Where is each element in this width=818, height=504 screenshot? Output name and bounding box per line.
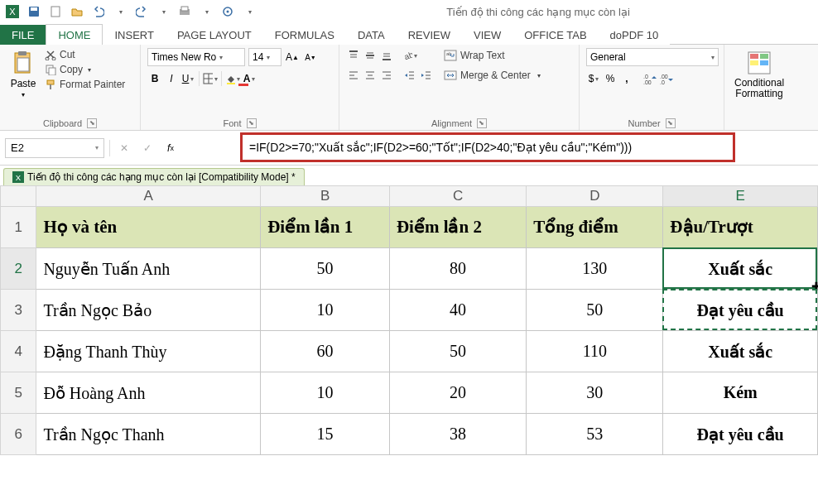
- cut-button[interactable]: Cut: [43, 48, 127, 61]
- merge-center-button[interactable]: Merge & Center▾: [442, 68, 542, 83]
- enter-formula-icon[interactable]: ✓: [138, 139, 156, 157]
- increase-decimal-icon[interactable]: .0.00: [642, 71, 657, 86]
- decrease-indent-icon[interactable]: [402, 68, 417, 83]
- font-size-combo[interactable]: 14▾: [248, 48, 281, 66]
- cell-A3[interactable]: Trần Ngọc Bảo: [36, 290, 261, 331]
- cell-D2[interactable]: 130: [527, 248, 663, 290]
- cell-D1[interactable]: Tổng điểm: [527, 207, 663, 248]
- wrap-text-button[interactable]: abWrap Text: [442, 48, 542, 63]
- row-header-1[interactable]: 1: [1, 207, 36, 248]
- undo-icon[interactable]: [89, 2, 108, 21]
- tab-page-layout[interactable]: PAGE LAYOUT: [166, 25, 263, 45]
- col-header-B[interactable]: B: [261, 186, 390, 207]
- paste-button[interactable]: Paste ▾: [7, 48, 40, 100]
- decrease-decimal-icon[interactable]: .00.0: [659, 71, 674, 86]
- cell-D5[interactable]: 30: [527, 372, 663, 414]
- row-header-5[interactable]: 5: [1, 372, 36, 414]
- borders-button[interactable]: [203, 71, 218, 86]
- cell-E6[interactable]: Đạt yêu cầu: [663, 414, 818, 455]
- tab-formulas[interactable]: FORMULAS: [263, 25, 346, 45]
- increase-font-icon[interactable]: A▲: [285, 50, 300, 65]
- conditional-formatting-button[interactable]: Conditional Formatting: [731, 48, 787, 101]
- cell-C3[interactable]: 40: [389, 290, 526, 331]
- cell-E4[interactable]: Xuất sắc: [663, 331, 818, 372]
- cell-D3[interactable]: 50: [527, 290, 663, 331]
- redo-dropdown[interactable]: [154, 2, 172, 21]
- align-center-icon[interactable]: [363, 68, 378, 83]
- tab-office-tab[interactable]: OFFICE TAB: [512, 25, 598, 45]
- name-box[interactable]: E2 ▾: [5, 138, 104, 158]
- cell-C4[interactable]: 50: [389, 331, 526, 372]
- tab-data[interactable]: DATA: [346, 25, 397, 45]
- number-launcher[interactable]: ⬊: [666, 118, 676, 128]
- redo-icon[interactable]: [132, 2, 151, 21]
- cell-E2[interactable]: Xuất sắc: [663, 248, 818, 290]
- underline-button[interactable]: U: [180, 71, 195, 86]
- cell-C1[interactable]: Điểm lần 2: [389, 207, 526, 248]
- cell-B5[interactable]: 10: [261, 372, 390, 414]
- tab-home[interactable]: HOME: [46, 24, 103, 45]
- clipboard-launcher[interactable]: ⬊: [87, 118, 97, 128]
- save-icon[interactable]: [25, 2, 43, 21]
- cell-E5[interactable]: Kém: [663, 372, 818, 414]
- increase-indent-icon[interactable]: [419, 68, 434, 83]
- workbook-tab[interactable]: X Tiến độ thi công các hạng mục còn lại …: [3, 168, 305, 185]
- new-icon[interactable]: [46, 2, 65, 21]
- font-launcher[interactable]: ⬊: [247, 118, 257, 128]
- align-left-icon[interactable]: [346, 68, 361, 83]
- cell-E3[interactable]: Đạt yêu cầu: [663, 290, 818, 331]
- undo-dropdown[interactable]: [111, 2, 129, 21]
- open-icon[interactable]: [68, 2, 86, 21]
- cell-C2[interactable]: 80: [389, 248, 526, 290]
- row-header-4[interactable]: 4: [1, 331, 36, 372]
- font-name-combo[interactable]: Times New Ro▾: [147, 48, 245, 66]
- percent-button[interactable]: %: [603, 71, 618, 86]
- cell-C6[interactable]: 38: [389, 414, 526, 455]
- orientation-icon[interactable]: ab: [402, 48, 417, 63]
- insert-function-icon[interactable]: fx: [161, 139, 180, 157]
- cell-A2[interactable]: Nguyễn Tuấn Anh: [36, 248, 261, 290]
- cell-B3[interactable]: 10: [261, 290, 390, 331]
- decrease-font-icon[interactable]: A▼: [303, 50, 318, 65]
- alignment-launcher[interactable]: ⬊: [477, 118, 487, 128]
- copy-button[interactable]: Copy▾: [43, 63, 127, 76]
- align-middle-icon[interactable]: [363, 48, 378, 63]
- col-header-A[interactable]: A: [36, 186, 261, 207]
- italic-button[interactable]: I: [164, 71, 179, 86]
- formula-bar[interactable]: =IF(D2>=70;"Xuất sắc";IF(D2>=60;"Tốt";IF…: [240, 132, 735, 162]
- row-header-6[interactable]: 6: [1, 414, 36, 455]
- excel-icon[interactable]: X: [3, 2, 22, 21]
- col-header-E[interactable]: E: [663, 186, 818, 207]
- tab-dopdf[interactable]: doPDF 10: [599, 25, 671, 45]
- bold-button[interactable]: B: [147, 71, 162, 86]
- cell-C5[interactable]: 20: [389, 372, 526, 414]
- col-header-D[interactable]: D: [527, 186, 663, 207]
- cell-A4[interactable]: Đặng Thanh Thùy: [36, 331, 261, 372]
- cell-A1[interactable]: Họ và tên: [36, 207, 261, 248]
- tab-file[interactable]: FILE: [0, 25, 46, 45]
- format-painter-button[interactable]: Format Painter: [43, 78, 127, 91]
- align-bottom-icon[interactable]: [379, 48, 394, 63]
- cell-B1[interactable]: Điểm lần 1: [261, 207, 390, 248]
- align-right-icon[interactable]: [379, 68, 394, 83]
- col-header-C[interactable]: C: [389, 186, 526, 207]
- print-preview-icon[interactable]: [176, 2, 194, 21]
- select-all-corner[interactable]: [1, 186, 36, 207]
- row-header-3[interactable]: 3: [1, 290, 36, 331]
- number-format-combo[interactable]: General▾: [586, 48, 719, 66]
- print-dropdown[interactable]: [197, 2, 215, 21]
- cell-E1[interactable]: Đậu/Trượt: [663, 207, 818, 248]
- cell-D6[interactable]: 53: [527, 414, 663, 455]
- currency-button[interactable]: $: [586, 71, 601, 86]
- tab-review[interactable]: REVIEW: [397, 25, 462, 45]
- cell-A6[interactable]: Trần Ngọc Thanh: [36, 414, 261, 455]
- font-color-button[interactable]: A: [242, 71, 257, 86]
- cell-D4[interactable]: 110: [527, 331, 663, 372]
- row-header-2[interactable]: 2: [1, 248, 36, 290]
- cell-A5[interactable]: Đỗ Hoàng Anh: [36, 372, 261, 414]
- cell-B4[interactable]: 60: [261, 331, 390, 372]
- tab-view[interactable]: VIEW: [462, 25, 512, 45]
- cancel-formula-icon[interactable]: ✕: [115, 139, 133, 157]
- cell-B6[interactable]: 15: [261, 414, 390, 455]
- touch-mode-icon[interactable]: [219, 2, 237, 21]
